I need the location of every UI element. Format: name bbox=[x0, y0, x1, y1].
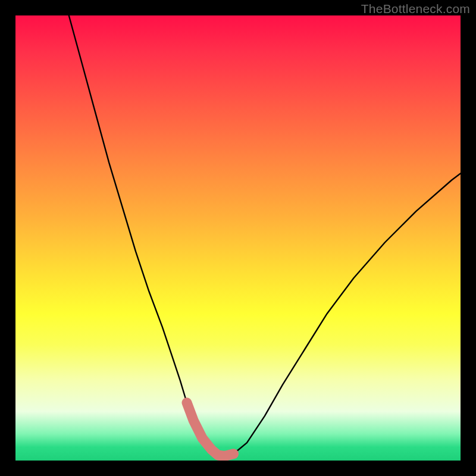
chart-svg bbox=[15, 15, 461, 461]
chart-frame: TheBottleneck.com bbox=[0, 0, 476, 476]
bottleneck-curve-highlight bbox=[187, 403, 234, 456]
chart-plot-area bbox=[15, 15, 461, 461]
bottleneck-curve-line bbox=[69, 15, 461, 456]
watermark-text: TheBottleneck.com bbox=[361, 2, 470, 16]
